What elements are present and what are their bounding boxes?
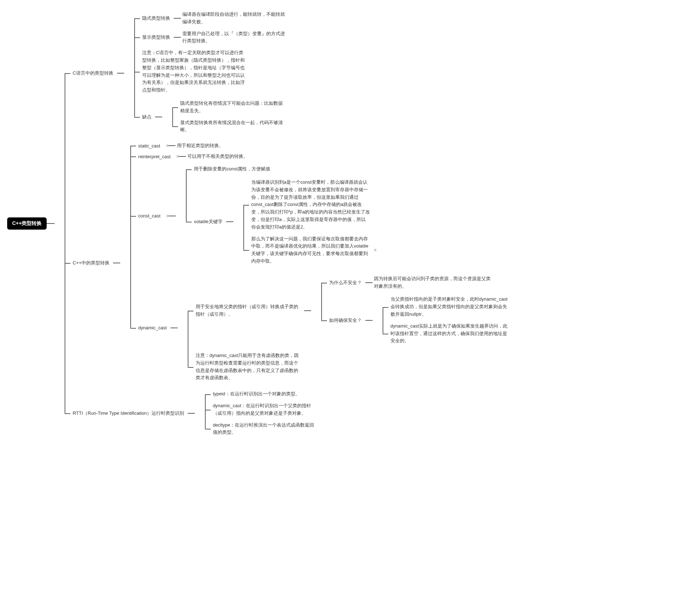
cons-children: 隐式类型转化有些情况下可能会出问题：比如数据精度丢失。 显式类型转换将所有情况混… <box>162 98 286 136</box>
node-desc: 用于删除变量的const属性，方便赋值 <box>192 165 272 174</box>
node-desc: decltype：在运行时推演出一个表达式或函数返回值的类型。 <box>211 421 319 437</box>
connector <box>117 73 124 74</box>
node-const-cast-desc[interactable]: 用于删除变量的const属性，方便赋值 <box>192 165 376 174</box>
branch-cpp-lang[interactable]: C++中的类型转换 static_cast 用于相近类型的转换。 rei <box>71 140 511 385</box>
note-icon[interactable] <box>166 143 168 148</box>
dynamic-cast-children: 用于安全地将父类的指针（或引用）转换成子类的指针（或引用）。 为什么不安全？ <box>178 272 511 384</box>
connector <box>169 216 176 216</box>
branch-label: C++中的类型转换 <box>71 259 111 267</box>
const-cast-children: 用于删除变量的const属性，方便赋值 volatile关键字 <box>176 163 376 269</box>
node-label: dynamic_cast <box>137 324 168 331</box>
node-desc: 用于相近类型的转换。 <box>176 142 225 150</box>
node-label: 为什么不安全？ <box>328 279 363 287</box>
node-desc: 那么为了解决这一问题，我们要保证每次取值都要去内存中取，而不是编译器优化的结果，… <box>250 235 372 266</box>
node-implicit[interactable]: 隐式类型转换 编译器在编译阶段自动进行，能转就转，不能转就编译失败。 <box>141 10 291 27</box>
node-const-cast[interactable]: const_cast 用于删除变量的const属性，方便赋值 <box>137 163 511 269</box>
node-rtti-dynamic-cast[interactable]: dynamic_cast：在运行时识别出一个父类的指针（或引用）指向的是父类对象… <box>211 401 319 418</box>
node-decltype[interactable]: decltype：在运行时推演出一个表达式或函数返回值的类型。 <box>211 421 319 437</box>
node-desc: 注意：dynamic_cast只能用于含有虚函数的类，因为运行时类型检查需要运行… <box>194 351 302 382</box>
node-volatile-desc2[interactable]: 那么为了解决这一问题，我们要保证每次取值都要去内存中取，而不是编译器优化的结果，… <box>250 235 376 266</box>
node-volatile-desc1[interactable]: 当编译器识别到a是一个const变量时，那么编译器就会认为该变量不会被修改，就将… <box>250 178 376 232</box>
connector <box>113 263 120 263</box>
root-wrap: C++类型转换 <box>7 217 55 230</box>
node-label: const_cast <box>137 212 162 219</box>
node-desc: 隐式类型转化有些情况下可能会出问题：比如数据精度丢失。 <box>179 99 286 116</box>
node-desc: dynamic_cast实际上就是为了确保如果发生越界访问，此时该指针置空，通过… <box>389 322 511 345</box>
node-explicit[interactable]: 显示类型转换 需要用户自己处理，以『（类型）变量』的方式进行类型转换。 <box>141 29 291 46</box>
note-icon[interactable] <box>166 213 169 218</box>
c-lang-children: 隐式类型转换 编译器在编译阶段自动进行，能转就转，不能转就编译失败。 显示类型转… <box>124 9 291 137</box>
node-desc: 因为转换后可能会访问到子类的资源，而这个资源是父类对象所没有的。 <box>373 274 495 291</box>
branch-label: RTTI（Run-Time Type Identification）运行时类型识… <box>71 409 185 418</box>
node-label: volatile关键字 <box>192 218 224 226</box>
main-branches: C语言中的类型转换 隐式类型转换 编译器在编译阶段自动进行，能转就转，不能转就编… <box>55 7 511 440</box>
node-label: static_cast <box>137 142 162 149</box>
branch-label: C语言中的类型转换 <box>71 69 114 77</box>
connector <box>365 282 373 283</box>
node-label: 缺点 <box>141 113 153 121</box>
node-desc: typeid：在运行时识别出一个对象的类型。 <box>211 390 301 399</box>
node-dynamic-note[interactable]: 注意：dynamic_cast只能用于含有虚函数的类，因为运行时类型检查需要运行… <box>194 351 511 382</box>
node-desc: 当编译器识别到a是一个const变量时，那么编译器就会认为该变量不会被修改，就将… <box>250 178 372 232</box>
connector <box>174 37 181 38</box>
node-desc: 注意：C语言中，有一定关联的类型才可以进行类型转换，比如整型家族（隐式类型转换）… <box>141 48 248 95</box>
node-typeid[interactable]: typeid：在运行时识别出一个对象的类型。 <box>211 390 319 399</box>
dynamic-safety-children: 为什么不安全？ 因为转换后可能会访问到子类的资源，而这个资源是父类对象所没有的。 <box>311 273 511 348</box>
node-cons-explicit[interactable]: 显式类型转换将所有情况混合在一起，代码不够清晰。 <box>179 118 286 135</box>
node-desc: 用于安全地将父类的指针（或引用）转换成子类的指针（或引用）。 <box>194 302 302 319</box>
node-desc: dynamic_cast：在运行时识别出一个父类的指针（或引用）指向的是父类对象… <box>211 401 319 418</box>
connector <box>47 223 55 224</box>
connector <box>226 221 233 222</box>
root-node[interactable]: C++类型转换 <box>7 217 47 230</box>
node-volatile[interactable]: volatile关键字 当编译器识别到a是一个const变量时，那么编译器就会认… <box>192 177 376 267</box>
node-reinterpret-cast[interactable]: reinterpret_cast 可以用于不相关类型的转换。 <box>137 152 511 160</box>
node-how-safe-desc2[interactable]: dynamic_cast实际上就是为了确保如果发生越界访问，此时该指针置空，通过… <box>389 322 511 345</box>
node-label: 隐式类型转换 <box>141 14 172 22</box>
connector <box>174 18 181 19</box>
mindmap-container: C++类型转换 C语言中的类型转换 隐式类型转换 编译器在编译阶段自动进行，能转… <box>7 7 676 440</box>
node-dynamic-cast[interactable]: dynamic_cast 用于安全地将父类的指针（或引用）转换成子类的指针（或引… <box>137 272 511 384</box>
node-desc: 显式类型转换将所有情况混合在一起，代码不够清晰。 <box>179 118 286 135</box>
cpp-lang-children: static_cast 用于相近类型的转换。 reinterpret_cast … <box>120 140 511 385</box>
connector <box>168 145 176 146</box>
node-label: reinterpret_cast <box>137 153 172 160</box>
node-c-note[interactable]: 注意：C语言中，有一定关联的类型才可以进行类型转换，比如整型家族（隐式类型转换）… <box>141 48 291 95</box>
node-how-safe-desc1[interactable]: 当父类指针指向的是子类对象时安全，此时dynamic_cast会转换成功，但是如… <box>389 295 511 319</box>
volatile-children: 当编译器识别到a是一个const变量时，那么编译器就会认为该变量不会被修改，就将… <box>233 177 376 267</box>
node-label: 显示类型转换 <box>141 33 172 41</box>
node-desc: 当父类指针指向的是子类对象时安全，此时dynamic_cast会转换成功，但是如… <box>389 295 511 319</box>
node-cons-implicit[interactable]: 隐式类型转化有些情况下可能会出问题：比如数据精度丢失。 <box>179 99 286 116</box>
node-dynamic-desc[interactable]: 用于安全地将父类的指针（或引用）转换成子类的指针（或引用）。 为什么不安全？ <box>194 273 511 348</box>
connector <box>179 156 186 157</box>
node-how-safe[interactable]: 如何确保安全？ 当父类指针指向的是子类对象时安全，此时dynamic_cast会… <box>328 293 511 347</box>
node-static-cast[interactable]: static_cast 用于相近类型的转换。 <box>137 142 511 150</box>
connector <box>304 310 311 311</box>
node-why-unsafe[interactable]: 为什么不安全？ 因为转换后可能会访问到子类的资源，而这个资源是父类对象所没有的。 <box>328 274 511 291</box>
node-desc: 编译器在编译阶段自动进行，能转就转，不能转就编译失败。 <box>181 10 289 27</box>
branch-rtti[interactable]: RTTI（Run-Time Type Identification）运行时类型识… <box>71 388 511 438</box>
node-cons[interactable]: 缺点 隐式类型转化有些情况下可能会出问题：比如数据精度丢失。 <box>141 98 291 136</box>
connector <box>170 328 178 328</box>
node-desc: 需要用户自己处理，以『（类型）变量』的方式进行类型转换。 <box>181 29 289 46</box>
node-desc: 可以用于不相关类型的转换。 <box>186 152 249 160</box>
note-icon[interactable] <box>374 248 376 253</box>
note-icon[interactable] <box>176 154 179 159</box>
node-label: 如何确保安全？ <box>328 316 363 324</box>
how-safe-children: 当父类指针指向的是子类对象时安全，此时dynamic_cast会转换成功，但是如… <box>373 293 511 347</box>
connector <box>188 413 195 414</box>
branch-c-lang[interactable]: C语言中的类型转换 隐式类型转换 编译器在编译阶段自动进行，能转就转，不能转就编… <box>71 9 511 137</box>
connector <box>155 117 162 117</box>
rtti-children: typeid：在运行时识别出一个对象的类型。 dynamic_cast：在运行时… <box>195 388 319 438</box>
connector <box>365 320 373 321</box>
